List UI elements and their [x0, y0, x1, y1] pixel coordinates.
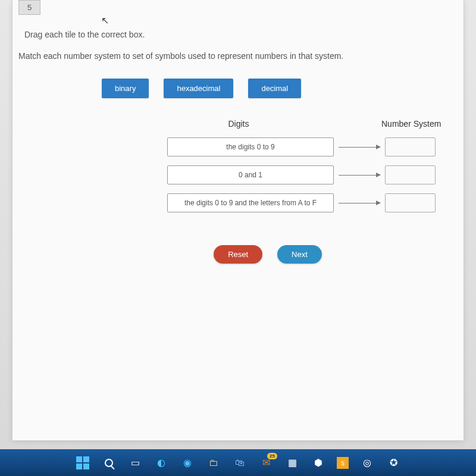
- drop-target-1[interactable]: [385, 137, 436, 156]
- app-icon-2[interactable]: s: [337, 457, 349, 469]
- digits-box-1: the digits 0 to 9: [167, 137, 334, 156]
- digits-box-3: the digits 0 to 9 and the letters from A…: [167, 193, 334, 212]
- instruction-secondary: Match each number system to set of symbo…: [18, 51, 464, 61]
- arrow-icon: [339, 147, 380, 148]
- windows-taskbar[interactable]: ▭ ◐ ◉ 🗀 🛍 ✉ ▦ ⬢ s ◎ ✪: [0, 449, 476, 476]
- edge-icon[interactable]: ◉: [180, 455, 195, 471]
- match-row-3: the digits 0 to 9 and the letters from A…: [167, 193, 464, 212]
- chrome-icon[interactable]: ◎: [359, 455, 375, 471]
- arrow-icon: [339, 203, 380, 203]
- match-row-2: 0 and 1: [167, 165, 464, 184]
- draggable-tiles-row: binary hexadecimal decimal: [102, 79, 464, 98]
- tile-hexadecimal[interactable]: hexadecimal: [164, 79, 233, 98]
- tile-binary[interactable]: binary: [102, 79, 149, 98]
- question-number-tab[interactable]: 5: [18, 0, 40, 15]
- match-row-1: the digits 0 to 9: [167, 137, 464, 156]
- mail-icon[interactable]: ✉: [258, 455, 274, 471]
- widgets-icon[interactable]: ◐: [154, 455, 169, 471]
- instruction-primary: Drag each tile to the correct box.: [24, 30, 464, 39]
- file-explorer-icon[interactable]: 🗀: [206, 455, 221, 471]
- store-icon[interactable]: 🛍: [232, 455, 248, 471]
- drop-target-3[interactable]: [385, 193, 436, 212]
- arrow-icon: [339, 175, 380, 176]
- action-buttons: Reset Next: [72, 245, 464, 264]
- drop-target-2[interactable]: [385, 165, 436, 184]
- app-icon-3[interactable]: ✪: [386, 455, 401, 471]
- start-icon[interactable]: [75, 455, 90, 471]
- task-view-icon[interactable]: ▭: [127, 455, 143, 471]
- next-button[interactable]: Next: [277, 245, 322, 264]
- dropbox-icon[interactable]: ⬢: [311, 455, 326, 471]
- column-header-system: Number System: [381, 119, 441, 129]
- cursor-icon: ↖: [101, 15, 109, 26]
- quiz-content: 5 ↖ Drag each tile to the correct box. M…: [12, 0, 464, 440]
- matching-area: Digits Number System the digits 0 to 9 0…: [12, 119, 464, 212]
- digits-box-2: 0 and 1: [167, 165, 334, 184]
- tile-decimal[interactable]: decimal: [248, 79, 301, 98]
- column-header-digits: Digits: [167, 119, 310, 129]
- search-icon[interactable]: [101, 455, 117, 471]
- app-icon-1[interactable]: ▦: [284, 455, 300, 471]
- reset-button[interactable]: Reset: [214, 245, 262, 264]
